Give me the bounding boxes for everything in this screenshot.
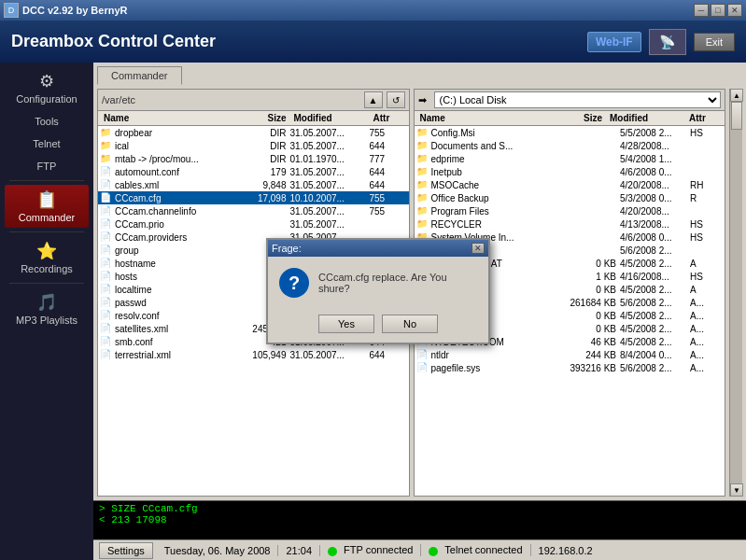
dialog-title: Frage: xyxy=(272,243,302,254)
confirm-dialog: Frage: ✕ ? CCcam.cfg replace. Are You sh… xyxy=(266,238,490,344)
dialog-title-bar: Frage: ✕ xyxy=(268,240,488,257)
question-icon: ? xyxy=(279,268,309,298)
dialog-content: ? CCcam.cfg replace. Are You shure? xyxy=(268,257,488,309)
dialog-buttons: Yes No xyxy=(268,309,488,343)
yes-button[interactable]: Yes xyxy=(318,315,374,333)
dialog-close-button[interactable]: ✕ xyxy=(472,243,485,254)
dialog-message: CCcam.cfg replace. Are You shure? xyxy=(318,272,477,294)
no-button[interactable]: No xyxy=(382,315,438,333)
dialog-overlay: Frage: ✕ ? CCcam.cfg replace. Are You sh… xyxy=(0,0,746,560)
